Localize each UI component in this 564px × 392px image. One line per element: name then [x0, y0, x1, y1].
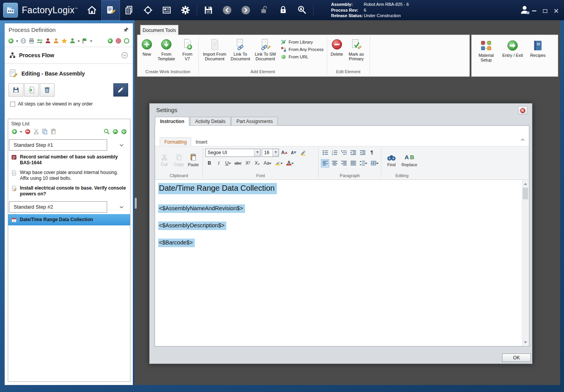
home-button[interactable] [83, 0, 101, 20]
multilevel-list-button[interactable] [340, 149, 348, 157]
shading-button[interactable] [370, 159, 380, 167]
from-v7-button[interactable]: From V7 [179, 37, 196, 63]
bold-button[interactable]: B [205, 159, 213, 167]
text-highlighter-button[interactable] [299, 149, 308, 157]
chevron-down-icon[interactable] [20, 131, 22, 134]
new-button[interactable]: New [140, 37, 154, 58]
replace-button[interactable]: AB Replace [400, 152, 419, 168]
unlock-button[interactable] [255, 0, 274, 20]
recipes-button[interactable]: Recipes [528, 38, 548, 75]
instruction-document[interactable]: Date/Time Range Data Collection <$Assemb… [155, 180, 529, 346]
user-red-icon[interactable] [45, 38, 51, 44]
tab-activity-details[interactable]: Activity Details [190, 117, 231, 126]
numbered-list-button[interactable]: 123 [330, 149, 338, 157]
back-button[interactable] [218, 0, 236, 20]
forward-button[interactable] [236, 0, 255, 20]
strikethrough-button[interactable]: abc [233, 159, 243, 167]
subscript-button[interactable]: X₂ [253, 159, 261, 167]
find-step-button[interactable] [104, 128, 110, 135]
expand-circle-icon[interactable] [121, 52, 128, 59]
edit-mode-button[interactable] [113, 83, 128, 97]
remove-step-button[interactable] [25, 128, 31, 135]
align-center-button[interactable] [330, 159, 338, 167]
font-size-select[interactable]: 16 [262, 149, 279, 157]
paste-button[interactable]: Paste [187, 152, 200, 168]
step-activity-row-selected[interactable]: Date/Time Range Data Collection [8, 214, 130, 225]
save-button[interactable] [199, 0, 218, 20]
shrink-font-button[interactable]: A [290, 149, 298, 157]
material-setup-button[interactable]: Material Setup [475, 38, 497, 75]
tab-instruction[interactable]: Instruction [155, 117, 189, 126]
import-from-document-button[interactable]: Import From Document [201, 37, 228, 63]
deploy-button[interactable] [139, 0, 157, 20]
network-icon[interactable] [20, 38, 26, 44]
step-header[interactable]: Standard Step #2 [9, 201, 129, 213]
paste-step-button[interactable] [50, 128, 56, 135]
step-header[interactable]: Standard Step #1 [9, 139, 129, 151]
mark-as-primary-button[interactable]: Mark as Primary [345, 37, 367, 63]
dialog-close-button[interactable] [518, 106, 527, 114]
step-activity-row[interactable]: Install electrical console to base. Veri… [8, 183, 130, 199]
audit-search-button[interactable] [293, 0, 311, 20]
copy-button[interactable]: Copy [172, 153, 185, 168]
close-button[interactable] [554, 9, 559, 13]
tab-part-assignments[interactable]: Part Assignments [231, 117, 278, 126]
chevron-down-icon[interactable] [90, 40, 92, 43]
from-any-process-button[interactable]: From Any Process [281, 47, 324, 52]
entry-exit-button[interactable]: Entry / Exit [500, 38, 525, 75]
process-definition-button[interactable] [101, 0, 120, 20]
ok-button[interactable]: OK [502, 353, 531, 362]
lock-button[interactable] [274, 0, 293, 20]
from-template-button[interactable]: From Template [155, 37, 178, 63]
add-step-button[interactable] [11, 128, 18, 135]
delete-element-button[interactable]: Delete [330, 37, 344, 58]
news-button[interactable] [157, 0, 176, 20]
step-name-box[interactable]: Standard Step #1 [9, 139, 107, 151]
align-left-button[interactable] [321, 159, 329, 167]
copy-step-button[interactable] [42, 128, 48, 135]
any-order-checkbox[interactable] [10, 102, 15, 107]
process-flow-section[interactable]: Process Flow [5, 48, 133, 63]
chevron-down-icon[interactable] [119, 143, 124, 148]
justify-button[interactable] [349, 159, 357, 167]
highlight-color-button[interactable] [274, 159, 284, 167]
user-green-icon[interactable] [69, 38, 76, 44]
scroll-up-button[interactable] [522, 180, 529, 187]
record-icon[interactable] [115, 38, 122, 44]
print-icon[interactable] [28, 38, 35, 44]
line-spacing-button[interactable] [358, 159, 368, 167]
add-button[interactable] [8, 38, 14, 44]
step-name-box[interactable]: Standard Step #2 [9, 201, 107, 213]
chevron-down-icon[interactable] [16, 40, 18, 43]
underline-button[interactable]: U [224, 159, 232, 167]
ready-icon[interactable] [123, 38, 130, 44]
scrollbar-thumb[interactable] [135, 198, 137, 209]
scrollbar-thumb[interactable] [523, 188, 528, 199]
align-right-button[interactable] [340, 159, 348, 167]
find-button[interactable]: Find [384, 152, 399, 168]
bullet-list-button[interactable] [321, 149, 329, 157]
tab-insert[interactable]: Insert [191, 138, 212, 146]
import-export-button[interactable] [24, 83, 39, 97]
from-library-button[interactable]: From Library [281, 39, 324, 45]
cut-step-button[interactable] [33, 128, 39, 135]
tab-formatting[interactable]: Formatting [160, 137, 191, 146]
superscript-button[interactable]: X² [244, 159, 252, 167]
scroll-down-button[interactable] [522, 339, 529, 346]
transfer-icon[interactable] [37, 38, 43, 44]
save-process-button[interactable] [9, 83, 23, 97]
link-to-document-button[interactable]: Link To Document [229, 37, 251, 63]
current-user-button[interactable] [520, 5, 531, 16]
link-to-sm-document-button[interactable]: Link To SM Document [252, 37, 278, 63]
documents-button[interactable] [120, 0, 139, 20]
step-activity-row[interactable]: Record serial number of base sub assembl… [8, 152, 130, 168]
cut-button[interactable]: Cut [157, 153, 171, 168]
move-down-button[interactable] [121, 128, 127, 135]
show-marks-button[interactable]: ¶ [368, 149, 376, 157]
increase-indent-button[interactable] [358, 149, 367, 157]
favorite-star-icon[interactable] [61, 38, 67, 44]
chevron-down-icon[interactable] [119, 205, 124, 209]
settings-button[interactable] [176, 0, 195, 20]
go-icon[interactable] [107, 38, 113, 44]
change-case-button[interactable]: Aa [263, 159, 273, 167]
